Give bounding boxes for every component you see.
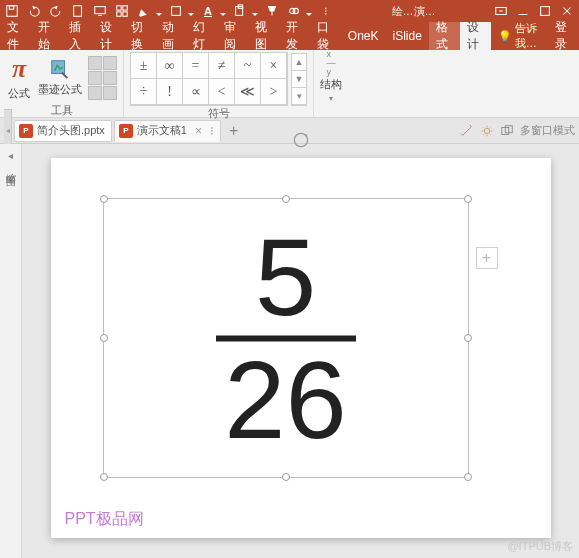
gallery-scroll[interactable]: ▲▼▾ bbox=[291, 53, 307, 106]
ppt-file-icon: P bbox=[19, 124, 33, 138]
slide-canvas[interactable]: + 5 26 PPT极品网 @ITPUB博客 bbox=[22, 144, 579, 558]
thumbnail-panel[interactable]: ◂ 缩略图 bbox=[0, 144, 22, 558]
fraction-numerator[interactable]: 5 bbox=[216, 225, 356, 330]
scroll-down-icon[interactable]: ▼ bbox=[292, 71, 306, 88]
sym-propto[interactable]: ∝ bbox=[182, 78, 209, 105]
caret-icon[interactable] bbox=[252, 13, 258, 16]
format-painter-icon[interactable] bbox=[264, 3, 280, 19]
sym-infinity[interactable]: ∞ bbox=[156, 52, 183, 79]
fraction-structure-button[interactable]: x—y 结构 ▾ bbox=[320, 53, 342, 103]
tab-insert[interactable]: 插入 bbox=[62, 22, 93, 50]
caret-icon[interactable] bbox=[156, 13, 162, 16]
equation-selection-box[interactable]: + 5 26 bbox=[103, 198, 469, 478]
watermark-brand: PPT极品网 bbox=[65, 509, 144, 530]
tab-home[interactable]: 开始 bbox=[31, 22, 62, 50]
sym-tilde[interactable]: ~ bbox=[234, 52, 261, 79]
tab-view[interactable]: 视图 bbox=[248, 22, 279, 50]
resize-handle[interactable] bbox=[464, 473, 472, 481]
title-label-1: 绘… bbox=[395, 3, 411, 19]
add-placeholder-button[interactable]: + bbox=[476, 247, 498, 269]
sym-plusminus[interactable]: ± bbox=[130, 52, 157, 79]
tab-design-short[interactable]: 设计 bbox=[93, 22, 124, 50]
pi-icon: π bbox=[12, 54, 26, 84]
tab-file[interactable]: 文件 bbox=[0, 22, 31, 50]
doc-menu-icon[interactable]: ⁝ bbox=[210, 124, 214, 138]
sym-greater[interactable]: > bbox=[260, 78, 287, 105]
bulb-icon: 💡 bbox=[498, 30, 512, 43]
group-symbols: ± ∞ = ≠ ~ × ÷ ! ∝ < ≪ > ▲▼▾ 符号 bbox=[124, 50, 314, 117]
overflow-icon[interactable]: ⁝ bbox=[318, 3, 334, 19]
new-doc-button[interactable]: + bbox=[223, 122, 244, 140]
resize-handle[interactable] bbox=[464, 334, 472, 342]
rotate-handle[interactable] bbox=[291, 130, 311, 153]
save-icon[interactable] bbox=[4, 3, 20, 19]
windows-icon[interactable] bbox=[500, 124, 514, 138]
gallery-expand-icon[interactable]: ▾ bbox=[292, 88, 306, 105]
formula-label: 公式 bbox=[8, 86, 30, 101]
sym-less[interactable]: < bbox=[208, 78, 235, 105]
redo-icon[interactable] bbox=[48, 3, 64, 19]
fraction-denominator[interactable]: 26 bbox=[216, 347, 356, 452]
ribbon-options-icon[interactable] bbox=[493, 3, 509, 19]
paste-icon[interactable] bbox=[232, 3, 248, 19]
multiwindow-label[interactable]: 多窗口模式 bbox=[520, 123, 575, 138]
resize-handle[interactable] bbox=[100, 195, 108, 203]
group-symbols-label: 符号 bbox=[208, 106, 230, 120]
symbol-gallery[interactable]: ± ∞ = ≠ ~ × ÷ ! ∝ < ≪ > bbox=[130, 52, 288, 106]
tab-review[interactable]: 审阅 bbox=[217, 22, 248, 50]
tab-format[interactable]: 格式 bbox=[429, 22, 460, 50]
chevron-left-icon[interactable]: ◂ bbox=[8, 150, 13, 161]
svg-rect-5 bbox=[123, 6, 127, 10]
tab-slideshow[interactable]: 幻灯 bbox=[186, 22, 217, 50]
resize-handle[interactable] bbox=[100, 473, 108, 481]
formula-button[interactable]: π 公式 bbox=[6, 52, 32, 103]
gear-icon[interactable] bbox=[480, 124, 494, 138]
tab-islide[interactable]: iSlide bbox=[386, 22, 429, 50]
thumbnail-label: 缩略图 bbox=[4, 165, 18, 171]
sym-divide[interactable]: ÷ bbox=[130, 78, 157, 105]
font-color-icon[interactable]: A bbox=[200, 3, 216, 19]
sym-equals[interactable]: = bbox=[182, 52, 209, 79]
doc-tab-2[interactable]: P 演示文稿1 × ⁝ bbox=[114, 120, 221, 142]
close-doc-icon[interactable]: × bbox=[195, 124, 202, 138]
resize-handle[interactable] bbox=[100, 334, 108, 342]
undo-icon[interactable] bbox=[26, 3, 42, 19]
sym-notequal[interactable]: ≠ bbox=[208, 52, 235, 79]
tab-dev[interactable]: 开发 bbox=[279, 22, 310, 50]
tab-animation[interactable]: 动画 bbox=[155, 22, 186, 50]
tab-onekey[interactable]: OneK bbox=[341, 22, 386, 50]
tell-me-search[interactable]: 💡告诉我… bbox=[491, 22, 548, 50]
sym-factorial[interactable]: ! bbox=[156, 78, 183, 105]
equation-fraction[interactable]: 5 26 bbox=[216, 225, 356, 452]
minimize-icon[interactable] bbox=[515, 3, 531, 19]
scroll-up-icon[interactable]: ▲ bbox=[292, 54, 306, 71]
chain-icon[interactable] bbox=[286, 3, 302, 19]
document-tab-bar: ◂ P 简介头图.pptx P 演示文稿1 × ⁝ + 多窗口模式 bbox=[0, 118, 579, 144]
slideshow-icon[interactable] bbox=[92, 3, 108, 19]
svg-rect-3 bbox=[95, 7, 106, 14]
login-button[interactable]: 登录 bbox=[548, 22, 579, 50]
resize-handle[interactable] bbox=[282, 195, 290, 203]
pen-icon[interactable] bbox=[136, 3, 152, 19]
resize-handle[interactable] bbox=[282, 473, 290, 481]
new-icon[interactable] bbox=[70, 3, 86, 19]
ribbon-tabs: 文件 开始 插入 设计 切换 动画 幻灯 审阅 视图 开发 口袋 OneK iS… bbox=[0, 22, 579, 50]
ink-equation-button[interactable]: 墨迹公式 bbox=[36, 56, 84, 99]
wand-icon[interactable] bbox=[460, 124, 474, 138]
slide[interactable]: + 5 26 PPT极品网 bbox=[51, 158, 551, 538]
tab-transition[interactable]: 切换 bbox=[124, 22, 155, 50]
doc-tab-1[interactable]: P 简介头图.pptx bbox=[14, 120, 112, 142]
close-icon[interactable] bbox=[559, 3, 575, 19]
insert-icon[interactable] bbox=[114, 3, 130, 19]
resize-handle[interactable] bbox=[464, 195, 472, 203]
sym-times[interactable]: × bbox=[260, 52, 287, 79]
caret-icon[interactable] bbox=[188, 13, 194, 16]
sym-muchless[interactable]: ≪ bbox=[234, 78, 261, 105]
tab-pocket[interactable]: 口袋 bbox=[310, 22, 341, 50]
caret-icon[interactable] bbox=[306, 13, 312, 16]
tab-equation-design[interactable]: 设计 bbox=[460, 22, 491, 50]
options-grid[interactable] bbox=[88, 56, 117, 100]
shape-icon[interactable] bbox=[168, 3, 184, 19]
maximize-icon[interactable] bbox=[537, 3, 553, 19]
caret-icon[interactable] bbox=[220, 13, 226, 16]
